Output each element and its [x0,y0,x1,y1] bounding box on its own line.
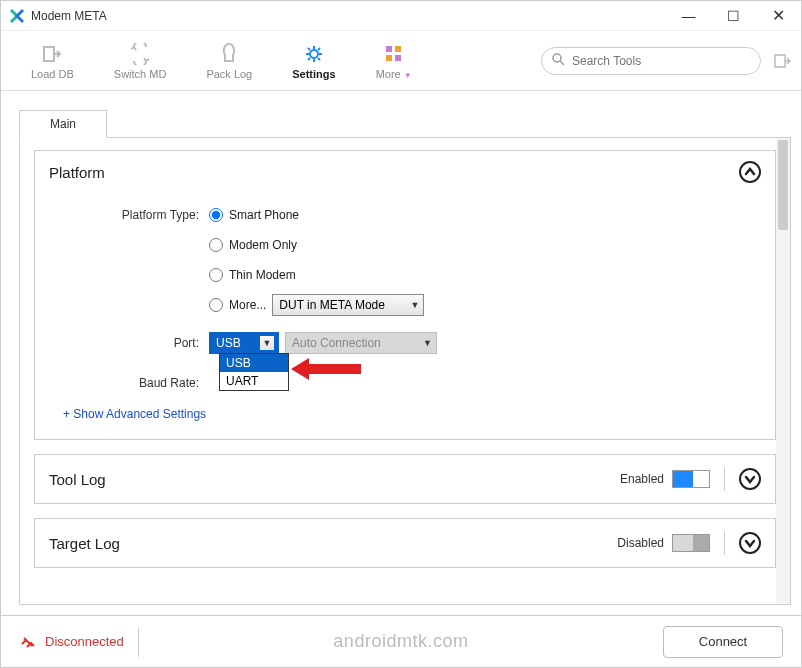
app-logo-icon [9,8,25,24]
more-combo[interactable]: DUT in META Mode [272,294,424,316]
auto-connection-combo[interactable]: Auto Connection [285,332,437,354]
radio-modem-only[interactable]: Modem Only [209,238,297,252]
tab-main[interactable]: Main [19,110,107,138]
target-log-toggle[interactable] [672,534,710,552]
svg-rect-1 [386,46,392,52]
search-icon [551,52,565,70]
minimize-button[interactable]: — [666,1,711,31]
tool-log-toggle[interactable] [672,470,710,488]
more-label: More ▼ [376,68,412,80]
target-log-status: Disabled [617,536,664,550]
connection-status: Disconnected [19,633,124,651]
svg-line-6 [560,61,564,65]
expand-tool-log-button[interactable] [739,468,761,490]
port-option-uart[interactable]: UART [220,372,288,390]
more-button[interactable]: More ▼ [356,38,432,84]
export-icon[interactable] [773,52,791,70]
collapse-platform-button[interactable] [739,161,761,183]
tab-container: Main [1,91,801,137]
load-db-icon [40,42,64,66]
bottombar: Disconnected androidmtk.com Connect [1,615,801,667]
toolbar: Load DB Switch MD Pack Log Settings More… [1,31,801,91]
port-combo[interactable]: USB [209,332,279,354]
platform-type-label: Platform Type: [49,208,209,222]
svg-rect-4 [395,55,401,61]
search-wrap [541,47,761,75]
connect-button[interactable]: Connect [663,626,783,658]
port-label: Port: [49,336,209,350]
port-dropdown: USB UART [219,353,289,391]
port-option-usb[interactable]: USB [220,354,288,372]
tool-log-title: Tool Log [49,471,620,488]
target-log-title: Target Log [49,535,617,552]
main-area: androidmtk.com Platform Platform Type: S… [19,137,791,605]
svg-rect-7 [775,55,785,67]
scrollbar[interactable] [776,138,790,604]
radio-more[interactable]: More... [209,298,266,312]
pack-log-label: Pack Log [206,68,252,80]
pack-log-button[interactable]: Pack Log [186,38,272,84]
switch-md-label: Switch MD [114,68,167,80]
show-advanced-link[interactable]: + Show Advanced Settings [49,401,761,423]
svg-point-5 [553,54,561,62]
svg-rect-2 [395,46,401,52]
load-db-button[interactable]: Load DB [11,38,94,84]
svg-rect-3 [386,55,392,61]
baud-rate-label: Baud Rate: [49,376,209,390]
titlebar: Modem META — ☐ ✕ [1,1,801,31]
maximize-button[interactable]: ☐ [711,1,756,31]
tool-log-status: Enabled [620,472,664,486]
pack-log-icon [217,42,241,66]
settings-label: Settings [292,68,335,80]
search-input[interactable] [541,47,761,75]
radio-smart-phone[interactable]: Smart Phone [209,208,299,222]
platform-title: Platform [49,164,739,181]
load-db-label: Load DB [31,68,74,80]
disconnected-icon [19,633,37,651]
settings-button[interactable]: Settings [272,38,355,84]
platform-section: Platform Platform Type: Smart Phone Mode… [34,150,776,440]
target-log-section: Target Log Disabled [34,518,776,568]
svg-point-0 [310,50,318,58]
app-title: Modem META [31,9,666,23]
close-button[interactable]: ✕ [756,1,801,31]
tool-log-section: Tool Log Enabled [34,454,776,504]
more-icon [382,42,406,66]
switch-md-button[interactable]: Switch MD [94,38,187,84]
watermark-bottom: androidmtk.com [153,631,649,652]
settings-icon [302,42,326,66]
radio-thin-modem[interactable]: Thin Modem [209,268,296,282]
switch-md-icon [128,42,152,66]
expand-target-log-button[interactable] [739,532,761,554]
